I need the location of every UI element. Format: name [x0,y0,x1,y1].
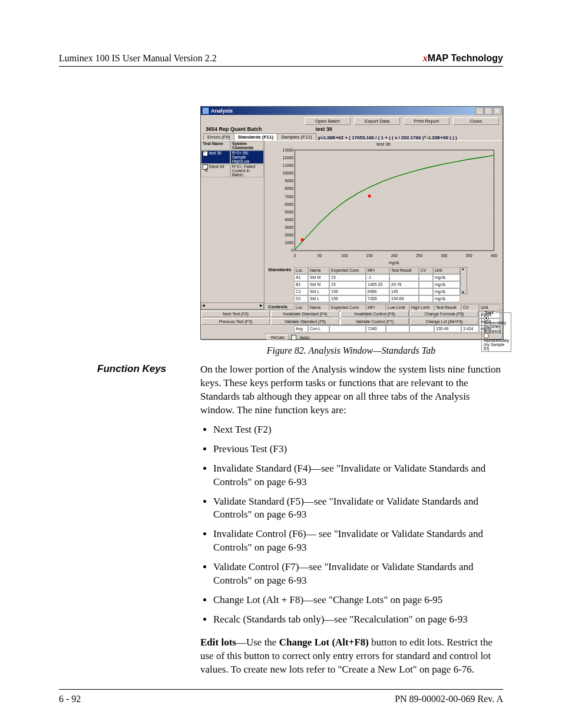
export-data-button[interactable]: Export Data [354,117,400,125]
change-lot-button[interactable]: Change Lot (Alt+F8) [410,318,478,325]
svg-text:400: 400 [491,253,497,258]
svg-rect-48 [368,195,371,197]
svg-text:11000: 11000 [283,163,294,167]
header-rule [59,66,503,67]
svg-text:0: 0 [291,248,293,252]
edit-lots-paragraph: Edit lots—Use the Change Lot (Alt+F8) bu… [200,636,503,677]
left-scrollbar[interactable]: ◀▶ [201,302,264,309]
footer-rule [59,689,503,690]
maximize-button[interactable]: □ [484,107,492,115]
sort-legend: Sort: [484,311,495,315]
chart-title: test 36 [265,141,503,147]
svg-text:8000: 8000 [285,186,293,190]
svg-text:7000: 7000 [285,194,293,198]
svg-text:350: 350 [466,253,472,258]
standards-table: LocNameExpected ConcMFITest ResultCVUnit… [294,267,460,302]
close-window-button[interactable]: × [493,107,501,115]
chart-area: 0501001502002503003504000100020003000400… [275,147,498,265]
top-button-bar: Open Batch Export Data Print Report Clos… [201,115,503,126]
app-icon [202,107,209,114]
svg-text:250: 250 [416,253,422,258]
table-row[interactable]: D1Std L1507200154.68mg/dL [294,295,460,302]
header-right: xMAP Technology [423,53,503,64]
validate-standard-button[interactable]: Validate Standard (F5) [271,318,339,325]
minimize-button[interactable]: _ [475,107,484,115]
svg-text:150: 150 [366,253,373,258]
batch-name: 3654 Rep Quant Batch [206,126,262,132]
intro-paragraph: On the lower portion of the Analysis win… [200,363,503,417]
previous-test-button[interactable]: Previous Test (F3) [201,318,270,325]
svg-text:9000: 9000 [285,179,293,183]
left-pane: Test Name System Comments test 36 R^2<.9… [201,141,265,309]
side-heading-function-keys: Function Keys [97,363,166,375]
controls-label: Controls [267,304,294,309]
svg-text:2000: 2000 [285,233,293,237]
svg-text:12000: 12000 [283,156,294,160]
svg-text:10000: 10000 [283,171,294,175]
standards-section: Standards LocNameExpected ConcMFITest Re… [265,266,503,303]
tab-errors[interactable]: Errors (F9) [203,133,234,140]
list-item: Recalc (Standards tab only)—see "Recalcu… [213,613,503,627]
close-button[interactable]: Close [453,117,499,125]
validate-control-button[interactable]: Validate Control (F7) [340,318,409,325]
list-item: Invalidate Control (F6)— see "Invalidate… [213,528,503,555]
invalidate-standard-button[interactable]: Invalidate Standard (F4) [271,311,339,317]
sort-alpha-radio[interactable] [484,333,489,338]
next-test-button[interactable]: Next Test (F2) [201,311,270,317]
svg-text:13000: 13000 [283,148,294,152]
formula-text: y=1.00E+02 + ( 17053.160 / ( 1 + ( ( x /… [316,135,457,140]
svg-rect-47 [301,239,303,241]
svg-text:5000: 5000 [285,210,293,214]
change-formula-button[interactable]: Change Formula (F8) [410,311,478,317]
list-item: Validate Control (F7)—see "Invalidate or… [213,561,503,588]
list-item: Invalidate Standard (F4)—see "Invalidate… [213,462,503,489]
titlebar: Analysis _ □ × [201,107,503,115]
list-item: Next Test (F2) [213,423,503,437]
open-batch-button[interactable]: Open Batch [305,117,351,125]
standards-scrollbar[interactable] [460,267,467,294]
table-row[interactable]: A1Std M15-1mg/dL [294,274,460,281]
left-header: Test Name System Comments [201,141,264,150]
doc-id: PN 89-00002-00-069 Rev. A [395,694,503,704]
svg-text:50: 50 [318,253,322,258]
test-row-64[interactable]: Etest 64 R^2<; Failed Control in Batch; [201,164,264,177]
svg-text:mg/dL: mg/dL [389,261,400,265]
analysis-window: Analysis _ □ × Open Batch Export Data Pr… [200,106,503,340]
svg-text:0: 0 [293,253,296,258]
test-label-top: test 36 [316,126,333,132]
svg-text:6000: 6000 [285,202,293,206]
table-row[interactable]: C1Std L1506906145mg/dL [294,288,460,295]
svg-text:200: 200 [391,253,398,258]
list-item: Validate Standard (F5)—see "Invalidate o… [213,495,503,522]
list-item: Previous Test (F3) [213,443,503,456]
table-row[interactable]: B1Std M151405.3529.78mg/dL [294,281,460,288]
test-row-36[interactable]: test 36 R^2<.98; Sample High/Low [201,150,264,164]
header-left: Luminex 100 IS User Manual Version 2.2 [59,53,217,64]
standards-label: Standards [267,267,294,272]
y-axis-label: FI [204,168,209,172]
tab-standards[interactable]: Standards (F11) [234,133,277,140]
svg-text:100: 100 [341,253,348,258]
svg-text:300: 300 [441,253,447,258]
window-title: Analysis [211,108,233,114]
figure-caption: Figure 82. Analysis Window—Standards Tab [200,345,502,356]
function-key-list: Next Test (F2)Previous Test (F3)Invalida… [200,423,503,627]
invalidate-control-button[interactable]: Invalidate Control (F6) [340,311,409,317]
svg-text:3000: 3000 [285,225,293,229]
tab-samples[interactable]: Samples (F12) [277,133,316,140]
page-number: 6 - 92 [59,694,81,704]
tabs: Errors (F9) Standards (F11) Samples (F12… [203,133,316,140]
list-item: Change Lot (Alt + F8)—see "Change Lots" … [213,594,503,607]
svg-text:4000: 4000 [285,218,293,222]
checked-icon[interactable] [203,151,208,156]
svg-text:1000: 1000 [285,241,293,245]
sort-sequential-radio[interactable] [484,315,489,321]
print-report-button[interactable]: Print Report [404,117,449,125]
